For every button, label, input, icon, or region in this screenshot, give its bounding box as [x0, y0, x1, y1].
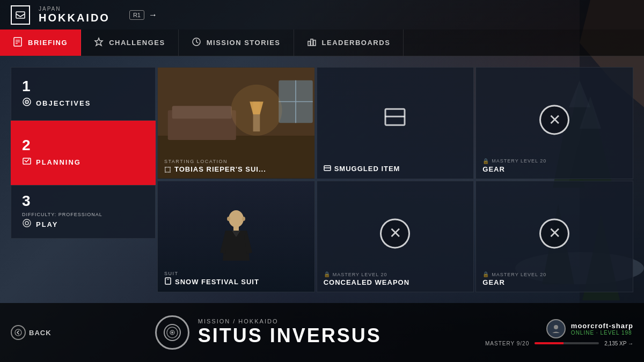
svg-point-46 [15, 329, 21, 336]
mission-info: MISSION / HOKKAIDO SITUS INVERSUS [155, 315, 382, 350]
mission-text: MISSION / HOKKAIDO SITUS INVERSUS [198, 318, 382, 347]
player-avatar [546, 319, 566, 338]
tab-briefing-label: BRIEFING [28, 39, 68, 47]
location-name: HOKKAIDO [39, 12, 110, 24]
cell-smuggled-name: SMUGGLED ITEM [324, 164, 400, 173]
player-row: moorcroft-sharp ONLINE · LEVEL 198 [546, 319, 633, 338]
left-sidebar: 1 OBJECTIVES 2 [11, 67, 156, 292]
cell-suit-category: SUIT [164, 271, 259, 276]
cell-gear-2-label-group: 🔒 MASTERY LEVEL 20 GEAR [482, 271, 546, 286]
concealed-lock-badge: 🔒 MASTERY LEVEL 20 [324, 271, 409, 277]
cell-suit-name: SNOW FESTIVAL SUIT [164, 277, 259, 286]
cell-starting-location[interactable]: STARTING LOCATION ⬚ TOBIAS RIEPER'S SUI.… [157, 67, 315, 179]
player-details: moorcroft-sharp ONLINE · LEVEL 198 [571, 322, 633, 336]
mastery-fill [535, 342, 564, 344]
gear-2-lock-badge: 🔒 MASTERY LEVEL 20 [482, 271, 546, 277]
tab-mission-stories[interactable]: MISSION STORIES [179, 29, 294, 56]
svg-rect-44 [165, 278, 171, 284]
top-bar: JAPAN HOKKAIDO R1 → [0, 0, 644, 29]
mission-target-icon [155, 315, 189, 350]
tab-challenges[interactable]: CHALLENGES [81, 29, 179, 56]
svg-point-23 [23, 219, 31, 227]
location-info: JAPAN HOKKAIDO [39, 6, 110, 24]
play-icon [22, 218, 32, 230]
objectives-icon [22, 97, 32, 109]
location-icon [11, 5, 30, 25]
cell-smuggled-label-group: SMUGGLED ITEM [324, 164, 400, 173]
player-info: moorcroft-sharp ONLINE · LEVEL 198 MASTE… [485, 319, 633, 346]
cell-concealed-weapon[interactable]: ✕ 🔒 MASTERY LEVEL 20 CONCEALED WEAPON [317, 181, 474, 293]
tab-leaderboards-label: LEADERBOARDS [322, 39, 391, 47]
cell-gear-2[interactable]: ✕ 🔒 MASTERY LEVEL 20 GEAR [475, 181, 633, 293]
svg-point-24 [25, 221, 28, 225]
main-content: 1 OBJECTIVES 2 [0, 56, 644, 303]
cell-starting-category: STARTING LOCATION [164, 159, 266, 164]
cell-gear-2-name: GEAR [482, 278, 546, 286]
svg-rect-16 [308, 41, 310, 46]
cell-suit[interactable]: SUIT SNOW FESTIVAL SUIT [157, 181, 315, 293]
xp-label: 2,135 XP → [604, 341, 633, 346]
mastery-bar-row: MASTERY 9/20 2,135 XP → [485, 341, 633, 346]
cell-concealed-label-group: 🔒 MASTERY LEVEL 20 CONCEALED WEAPON [324, 271, 409, 286]
briefing-icon [13, 37, 23, 49]
planning-icon [22, 156, 32, 168]
svg-point-40 [229, 210, 244, 227]
cell-starting-name: ⬚ TOBIAS RIEPER'S SUI... [164, 165, 266, 173]
sidebar-section-planning[interactable]: 2 PLANNING [11, 121, 156, 185]
smuggled-cell-icon [324, 164, 331, 173]
cell-smuggled-item[interactable]: SMUGGLED ITEM [317, 67, 474, 179]
nav-arrow-icon: → [149, 10, 157, 20]
cell-gear-1-label-group: 🔒 MASTERY LEVEL 20 GEAR [482, 158, 546, 173]
mastery-label: MASTERY 9/20 [485, 341, 529, 346]
back-label: Back [29, 329, 52, 337]
leaderboards-icon [307, 37, 317, 49]
gear-1-cross-icon: ✕ [539, 105, 569, 135]
suit-icon [164, 277, 172, 286]
gear-2-cross-icon: ✕ [539, 218, 569, 248]
player-name: moorcroft-sharp [571, 322, 633, 330]
r1-badge: R1 [129, 10, 144, 20]
starting-icon: ⬚ [164, 165, 171, 173]
tab-leaderboards[interactable]: LEADERBOARDS [294, 29, 404, 56]
cell-gear-1[interactable]: ✕ 🔒 MASTERY LEVEL 20 GEAR [475, 67, 633, 179]
lock-icon-3: 🔒 [482, 271, 489, 277]
nav-controls: R1 → [129, 10, 157, 20]
tab-briefing[interactable]: BRIEFING [0, 29, 81, 56]
gear-1-lock-badge: 🔒 MASTERY LEVEL 20 [482, 158, 546, 164]
mission-title: SITUS INVERSUS [198, 324, 382, 347]
objectives-label: OBJECTIVES [36, 99, 91, 107]
country-label: JAPAN [39, 6, 110, 12]
sidebar-section-objectives[interactable]: 1 OBJECTIVES [11, 67, 156, 121]
cell-starting-label-group: STARTING LOCATION ⬚ TOBIAS RIEPER'S SUI.… [164, 159, 266, 173]
svg-rect-41 [233, 226, 239, 231]
svg-point-21 [26, 101, 27, 102]
section-1-number: 1 [22, 79, 144, 94]
svg-rect-17 [311, 39, 313, 46]
mission-stories-icon [192, 37, 201, 49]
mastery-progress-bar [535, 342, 599, 344]
back-icon [11, 325, 26, 340]
section-2-number: 2 [22, 138, 144, 153]
planning-grid: STARTING LOCATION ⬚ TOBIAS RIEPER'S SUI.… [157, 67, 633, 292]
bottom-bar: Back MISSION / HOKKAIDO SITUS INVERSUS [0, 303, 644, 362]
tab-bar: BRIEFING CHALLENGES MISSION STORIES [0, 29, 644, 56]
tab-mission-stories-label: MISSION STORIES [207, 39, 281, 47]
svg-point-42 [227, 217, 230, 221]
svg-point-50 [171, 331, 173, 334]
concealed-weapon-cross-icon: ✕ [380, 218, 410, 248]
smuggled-item-icon [381, 102, 409, 136]
planning-label: PLANNING [36, 158, 81, 166]
challenges-icon [94, 37, 104, 49]
mission-location-label: MISSION / HOKKAIDO [198, 318, 382, 324]
svg-rect-18 [313, 40, 316, 46]
lock-icon-1: 🔒 [482, 158, 489, 164]
sidebar-section-play[interactable]: 3 DIFFICULTY: PROFESSIONAL PLAY [11, 185, 156, 239]
back-button[interactable]: Back [11, 325, 52, 340]
tab-challenges-label: CHALLENGES [109, 39, 165, 47]
svg-point-51 [554, 325, 558, 329]
cell-concealed-name: CONCEALED WEAPON [324, 278, 409, 286]
lock-icon-2: 🔒 [324, 271, 331, 277]
cell-suit-label-group: SUIT SNOW FESTIVAL SUIT [164, 271, 259, 286]
svg-point-43 [242, 217, 245, 221]
svg-point-35 [231, 85, 282, 136]
